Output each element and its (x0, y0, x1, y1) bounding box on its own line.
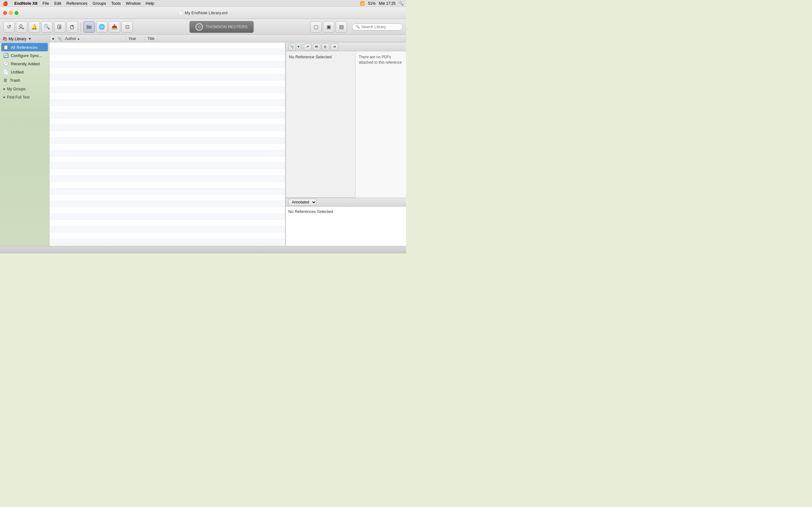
table-row[interactable] (49, 74, 285, 80)
table-row[interactable] (49, 233, 285, 239)
window-controls[interactable] (3, 11, 18, 15)
author-label: Author (65, 37, 76, 41)
attach-button[interactable]: 📎 (288, 43, 296, 50)
table-row[interactable] (49, 100, 285, 106)
table-row[interactable] (49, 125, 285, 131)
col-header-attachment[interactable]: 📎 (55, 35, 62, 42)
col-header-year[interactable]: Year (126, 35, 145, 42)
add-reference-button[interactable] (16, 21, 27, 33)
table-row[interactable] (49, 61, 285, 68)
annotated-bar: Annotated Preview Notes (286, 198, 406, 207)
library-selector[interactable]: 📚 My Library ▼ (0, 35, 49, 43)
menu-help[interactable]: Help (146, 1, 154, 6)
table-row[interactable] (49, 49, 285, 55)
find-button[interactable]: 🔍 (41, 21, 53, 33)
view-panel1-button[interactable]: ▢ (310, 21, 322, 33)
share-button[interactable]: 📤 (109, 21, 120, 33)
reference-list[interactable] (49, 43, 286, 246)
close-button[interactable] (3, 11, 7, 15)
search-library-box[interactable]: 🔍 (352, 23, 403, 31)
table-row[interactable] (49, 87, 285, 93)
copy-ref-button[interactable]: ⎘ (322, 43, 329, 50)
email-button[interactable]: ✉ (313, 43, 320, 50)
maximize-button[interactable] (14, 11, 18, 15)
annotated-select[interactable]: Annotated Preview Notes (288, 199, 316, 206)
table-row[interactable] (49, 157, 285, 163)
table-row[interactable] (49, 55, 285, 61)
menu-edit[interactable]: Edit (54, 1, 61, 6)
table-row[interactable] (49, 93, 285, 100)
table-row[interactable] (49, 188, 285, 194)
sidebar-item-configure-sync[interactable]: 🔄 Configure Sync... (0, 51, 49, 60)
table-row[interactable] (49, 112, 285, 118)
toolbar-right: ▢ ▣ ▤ 🔍 (310, 21, 403, 33)
col-header-title[interactable]: Title (145, 35, 406, 42)
table-row[interactable] (49, 150, 285, 157)
table-row[interactable] (49, 169, 285, 176)
bell-button[interactable]: 🔔 (29, 21, 40, 33)
import-icon (57, 24, 62, 30)
open-ref-button[interactable]: ↗ (304, 43, 311, 50)
folder-button[interactable] (84, 21, 95, 33)
layout-button[interactable]: ⊡ (121, 21, 133, 33)
attachment-icon: 📎 (57, 37, 62, 41)
toolbar-center: ⚙ THOMSON REUTERS (134, 21, 309, 33)
sidebar-item-all-references[interactable]: 📋 All References (1, 43, 48, 51)
move-ref-button[interactable]: ⇥ (331, 43, 338, 50)
chevron-down-icon: ▼ (28, 37, 32, 41)
table-row[interactable] (49, 245, 285, 246)
table-row[interactable] (49, 144, 285, 150)
ref-detail-panel: There are no PDFs attached to this refer… (355, 51, 406, 198)
my-groups-chevron: ▼ (3, 88, 6, 91)
apple-menu[interactable]: 🍎 (3, 1, 8, 6)
find-full-text-section[interactable]: ▼ Find Full Text (0, 93, 49, 101)
read-indicator-icon: ● (52, 37, 54, 41)
col-header-read[interactable]: ● (49, 35, 55, 42)
col-header-author[interactable]: Author ▲ (62, 35, 126, 42)
table-row[interactable] (49, 176, 285, 182)
table-row[interactable] (49, 163, 285, 169)
table-row[interactable] (49, 118, 285, 125)
table-row[interactable] (49, 43, 285, 49)
table-row[interactable] (49, 182, 285, 188)
thomson-reuters-logo: ⚙ THOMSON REUTERS (189, 21, 253, 33)
minimize-button[interactable] (9, 11, 13, 15)
sidebar-item-trash[interactable]: 🗑 Trash (0, 76, 49, 84)
table-row[interactable] (49, 220, 285, 226)
menu-groups[interactable]: Groups (93, 1, 106, 6)
export-button[interactable] (67, 21, 78, 33)
table-row[interactable] (49, 207, 285, 214)
table-row[interactable] (49, 131, 285, 137)
my-groups-label: My Groups (7, 87, 26, 91)
table-row[interactable] (49, 239, 285, 245)
menu-file[interactable]: File (43, 1, 49, 6)
view-panel3-button[interactable]: ▤ (336, 21, 347, 33)
sync-button[interactable]: ↺ (3, 21, 14, 33)
statusbar (0, 246, 406, 253)
toolbar-separator-1 (81, 22, 81, 32)
search-icon[interactable]: 🔍 (399, 1, 403, 6)
menu-window[interactable]: Window (126, 1, 141, 6)
year-label: Year (129, 37, 136, 41)
paperclip-icon: 📎 (290, 45, 294, 49)
sidebar-item-recently-added[interactable]: 🕐 Recently Added (0, 60, 49, 68)
table-row[interactable] (49, 80, 285, 87)
menu-tools[interactable]: Tools (111, 1, 120, 6)
table-row[interactable] (49, 106, 285, 112)
search-library-input[interactable] (361, 25, 399, 29)
sidebar-item-unfiled[interactable]: 📄 Unfiled (0, 68, 49, 76)
move-icon: ⇥ (333, 45, 336, 49)
table-row[interactable] (49, 201, 285, 207)
table-row[interactable] (49, 68, 285, 74)
table-row[interactable] (49, 214, 285, 220)
table-row[interactable] (49, 137, 285, 144)
globe-button[interactable]: 🌐 (96, 21, 107, 33)
table-row[interactable] (49, 226, 285, 233)
view-panel2-button[interactable]: ▣ (323, 21, 334, 33)
my-groups-section[interactable]: ▼ My Groups (0, 84, 49, 93)
menu-endnote[interactable]: EndNote X8 (14, 1, 38, 6)
import-button[interactable] (54, 21, 65, 33)
table-row[interactable] (49, 194, 285, 201)
wifi-icon: 📶 (360, 1, 365, 6)
menu-references[interactable]: References (66, 1, 87, 6)
